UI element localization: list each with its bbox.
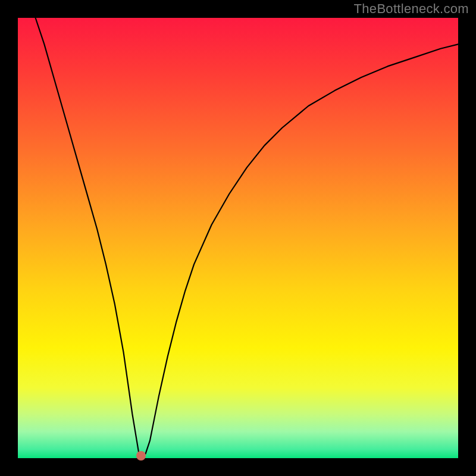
- attribution-text: TheBottleneck.com: [354, 1, 469, 17]
- minimum-marker-icon: [136, 451, 146, 461]
- chart-container: TheBottleneck.com: [0, 0, 476, 476]
- bottleneck-curve: [18, 18, 458, 458]
- plot-frame: [18, 18, 458, 458]
